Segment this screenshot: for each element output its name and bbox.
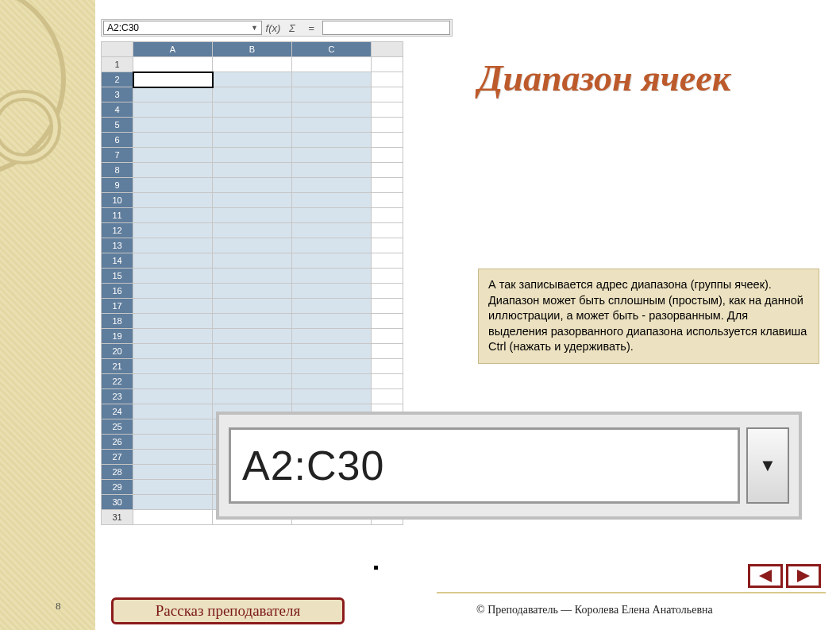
cell[interactable] [292,374,372,389]
row-header[interactable]: 20 [102,344,133,359]
row-header[interactable]: 2 [102,72,133,87]
cell[interactable] [133,374,213,389]
select-all-corner[interactable] [102,42,133,57]
cell[interactable] [292,359,372,374]
cell[interactable] [292,133,372,148]
cell[interactable] [372,374,403,389]
cell[interactable] [133,510,213,525]
cell[interactable] [292,223,372,238]
row-header[interactable]: 3 [102,87,133,102]
cell[interactable] [372,359,403,374]
cell[interactable] [133,495,213,510]
cell[interactable] [213,344,292,359]
cell[interactable] [292,57,372,72]
cell[interactable] [133,163,213,178]
cell[interactable] [213,389,292,404]
cell[interactable] [133,329,213,344]
cell[interactable] [213,284,292,299]
row-header[interactable]: 4 [102,102,133,118]
row-header[interactable]: 28 [102,465,133,480]
row-header[interactable]: 16 [102,284,133,299]
cell[interactable] [213,359,292,374]
cell[interactable] [213,208,292,223]
cell[interactable] [372,193,403,208]
cell[interactable] [133,450,213,465]
cell[interactable] [372,314,403,329]
cell[interactable] [372,269,403,284]
cell[interactable] [213,102,292,118]
cell[interactable] [292,193,372,208]
cell[interactable] [292,148,372,163]
cell[interactable] [292,102,372,118]
row-header[interactable]: 1 [102,57,133,72]
row-header[interactable]: 13 [102,238,133,253]
next-button[interactable] [786,564,821,588]
cell[interactable] [372,102,403,118]
col-header-c[interactable]: C [292,42,372,57]
chevron-down-icon[interactable]: ▼ [746,427,789,504]
cell[interactable] [292,299,372,314]
cell[interactable] [133,178,213,193]
cell[interactable] [292,314,372,329]
cell[interactable] [372,329,403,344]
prev-button[interactable] [748,564,783,588]
cell[interactable] [292,238,372,253]
cell[interactable] [133,238,213,253]
cell[interactable] [133,72,213,87]
cell[interactable] [213,178,292,193]
cell[interactable] [133,208,213,223]
row-header[interactable]: 8 [102,163,133,178]
cell[interactable] [292,163,372,178]
row-header[interactable]: 25 [102,419,133,435]
cell[interactable] [213,223,292,238]
cell[interactable] [292,269,372,284]
cell[interactable] [372,118,403,133]
cell[interactable] [213,133,292,148]
cell[interactable] [213,238,292,253]
cell[interactable] [292,253,372,269]
cell[interactable] [133,419,213,435]
cell[interactable] [292,389,372,404]
cell[interactable] [213,57,292,72]
cell[interactable] [292,72,372,87]
row-header[interactable]: 11 [102,208,133,223]
cell[interactable] [133,102,213,118]
fill-handle[interactable] [374,566,378,570]
row-header[interactable]: 15 [102,269,133,284]
row-header[interactable]: 14 [102,253,133,269]
col-header-a[interactable]: A [133,42,213,57]
cell[interactable] [133,299,213,314]
cell[interactable] [213,193,292,208]
sum-icon[interactable]: Σ [284,22,300,34]
cell[interactable] [133,344,213,359]
cell[interactable] [133,435,213,450]
cell[interactable] [133,87,213,102]
cell[interactable] [133,359,213,374]
cell[interactable] [133,314,213,329]
row-header[interactable]: 5 [102,118,133,133]
col-header-d[interactable] [372,42,403,57]
cell[interactable] [372,87,403,102]
cell[interactable] [133,480,213,495]
formula-input[interactable] [322,21,450,35]
cell[interactable] [213,374,292,389]
cell[interactable] [372,148,403,163]
cell[interactable] [133,133,213,148]
cell[interactable] [372,178,403,193]
cell[interactable] [292,118,372,133]
row-header[interactable]: 9 [102,178,133,193]
cell[interactable] [213,314,292,329]
cell[interactable] [372,299,403,314]
cell[interactable] [372,253,403,269]
cell[interactable] [133,57,213,72]
cell[interactable] [372,57,403,72]
cell[interactable] [292,208,372,223]
cell[interactable] [133,389,213,404]
cell[interactable] [213,72,292,87]
name-box[interactable]: A2:C30 ▼ [103,21,262,35]
row-header[interactable]: 31 [102,510,133,525]
cell[interactable] [372,389,403,404]
cell[interactable] [372,284,403,299]
cell[interactable] [292,344,372,359]
row-header[interactable]: 21 [102,359,133,374]
